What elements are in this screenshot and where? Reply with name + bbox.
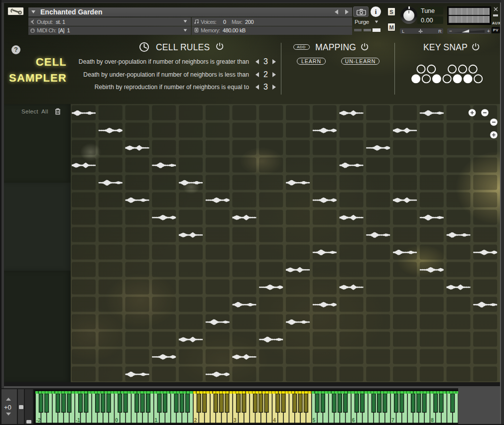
svg-text:7: 7 [391,418,394,423]
svg-text:3: 3 [234,418,237,423]
svg-text:0: 0 [115,418,118,423]
svg-text:-2: -2 [36,418,41,423]
svg-text:6: 6 [352,418,355,423]
svg-text:-1: -1 [76,418,80,423]
svg-text:8: 8 [431,418,434,423]
svg-text:5: 5 [312,418,315,423]
svg-text:1: 1 [155,418,158,423]
svg-text:2: 2 [194,418,197,423]
svg-text:4: 4 [273,418,276,423]
